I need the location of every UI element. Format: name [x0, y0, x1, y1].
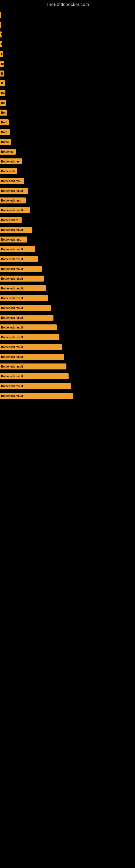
bar: E	[0, 31, 2, 37]
bar-row: Bottlenec	[0, 148, 135, 156]
bar-label: Bottleneck result	[1, 375, 23, 378]
bar-label: Bot	[1, 111, 6, 114]
bar-row: Bottl	[0, 118, 135, 126]
bar-row: Bottleneck result	[0, 382, 135, 390]
bar: Bottleneck result	[0, 324, 57, 330]
bar-row: B	[0, 79, 135, 87]
bar-label: Bottleneck result	[1, 189, 23, 192]
bar-row: Bottleneck result	[0, 352, 135, 361]
bar: Bottleneck result	[0, 393, 73, 399]
bar-label: Bottleneck result	[1, 394, 23, 397]
bar: B	[0, 70, 4, 76]
bar: Bo	[0, 90, 5, 96]
bar-label: Bo	[1, 101, 5, 104]
bar-row: Bottleneck result	[0, 294, 135, 302]
bar-label: Bottleneck result	[1, 248, 23, 251]
bar-row: Bottleneck resu	[0, 196, 135, 205]
bar: B	[0, 80, 5, 86]
bar-label: Bottleneck result	[1, 287, 23, 290]
bar-label: Bottleneck result	[1, 228, 23, 231]
bar: Bottleneck result	[0, 256, 38, 262]
bar-label: Bottleneck result	[1, 384, 23, 388]
bar: Bottleneck result	[0, 354, 64, 360]
bar: Bot	[0, 110, 7, 116]
bar: Bottleneck result	[0, 315, 53, 321]
bar-label: Bottleneck result	[1, 268, 23, 271]
bar-row: Bottleneck result	[0, 323, 135, 332]
bar-label: Bottleneck result	[1, 336, 23, 339]
bar-label: Bottl	[1, 121, 7, 124]
bar-label: Bottleneck result	[1, 365, 23, 368]
bar-label: Bottlenec	[1, 150, 13, 153]
bar-row: E	[0, 50, 135, 58]
bar-row: Bottleneck result	[0, 245, 135, 253]
bar-row: Bottleneck result	[0, 226, 135, 234]
bar-row: Bottleneck result	[0, 314, 135, 322]
bar-label: Bottleneck resu	[1, 180, 21, 183]
bar: Bo	[0, 61, 4, 67]
bars-container: ||EBEBoBBBoBoBotBottlBottlBottleBottlene…	[0, 8, 135, 401]
bar-label: E	[1, 53, 3, 56]
bar: |	[0, 22, 1, 28]
bar-label: Bottleneck result	[1, 326, 23, 329]
site-title: TheBottlenecker.com	[0, 0, 135, 8]
bar-row: Bottleneck re	[0, 216, 135, 224]
bar-row: E	[0, 30, 135, 38]
bar-row: Bottleneck resu	[0, 236, 135, 244]
bar: Bottleneck result	[0, 285, 46, 291]
bar-label: Bottleneck re	[1, 219, 18, 222]
bar-row: Bot	[0, 108, 135, 117]
bar-row: Bottleneck result	[0, 343, 135, 351]
bar: Bottleneck resu	[0, 237, 27, 243]
bar-label: Bottleneck resu	[1, 238, 21, 241]
bar: Bottleneck result	[0, 246, 35, 252]
bar-row: Bottleneck result	[0, 304, 135, 312]
bar-row: Bottleneck result	[0, 265, 135, 273]
bar-label: Bo	[1, 62, 4, 65]
bar-row: |	[0, 11, 135, 19]
bar-row: Bottleneck	[0, 167, 135, 175]
bar-row: Bottleneck result	[0, 372, 135, 380]
bar: Bottleneck result	[0, 227, 32, 233]
bar: Bottleneck result	[0, 383, 71, 389]
bar-row: Bottleneck result	[0, 333, 135, 341]
bar-row: Bottleneck result	[0, 255, 135, 263]
bar-label: Bottleneck res	[1, 160, 20, 163]
bar: Bottleneck result	[0, 188, 28, 194]
bar: Bottleneck result	[0, 364, 66, 369]
bar-label: Bottleneck result	[1, 307, 23, 310]
bar-row: Bo	[0, 60, 135, 68]
bar: Bo	[0, 100, 6, 106]
bar: Bottleneck result	[0, 334, 59, 340]
bar-row: Bo	[0, 99, 135, 107]
bar-label: E	[1, 33, 2, 36]
bar-label: Bottleneck result	[1, 277, 23, 280]
bar: Bottleneck result	[0, 276, 44, 282]
bar-row: Bottl	[0, 128, 135, 136]
bar-row: Bottleneck result	[0, 362, 135, 371]
bar-label: Bottleneck result	[1, 258, 23, 261]
bar-row: B	[0, 40, 135, 48]
bar-label: Bo	[1, 92, 5, 95]
bar: Bottleneck re	[0, 217, 21, 223]
bar-label: Bottleneck	[1, 170, 15, 173]
bar-label: B	[1, 72, 3, 75]
bar-label: Bottl	[1, 131, 7, 134]
bar: Bottle	[0, 139, 11, 145]
bar: Bottl	[0, 129, 10, 135]
bar-label: Bottleneck result	[1, 209, 23, 212]
bar-row: Bottleneck result	[0, 275, 135, 283]
bar: Bottleneck result	[0, 373, 69, 379]
bar: |	[0, 12, 1, 18]
bar: Bottleneck result	[0, 266, 42, 272]
bar-label: Bottleneck result	[1, 355, 23, 358]
bar: Bottleneck result	[0, 295, 48, 301]
bar: Bottleneck res	[0, 158, 22, 164]
bar: Bottl	[0, 119, 9, 125]
bar-label: B	[1, 82, 3, 85]
bar-label: Bottleneck result	[1, 297, 23, 300]
bar: Bottlenec	[0, 149, 16, 155]
bar-label: Bottleneck result	[1, 316, 23, 319]
bar: Bottleneck result	[0, 207, 30, 213]
bar-label: Bottleneck resu	[1, 199, 21, 202]
